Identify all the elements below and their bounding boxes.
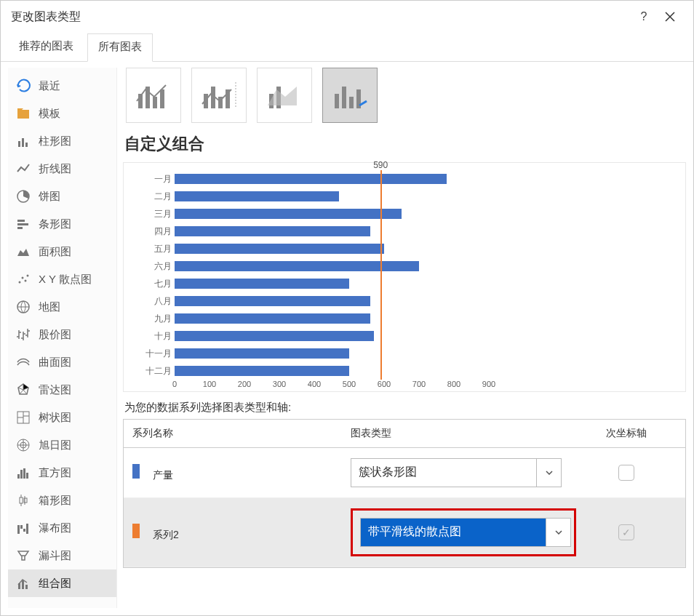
help-button[interactable]: ? <box>631 4 657 30</box>
sidebar-item-funnel[interactable]: 漏斗图 <box>8 542 116 569</box>
series-table-header: 系列名称 图表类型 次坐标轴 <box>124 420 685 448</box>
x-tick: 800 <box>447 380 460 388</box>
svg-rect-7 <box>17 227 23 229</box>
combo-subtype-2[interactable] <box>257 68 312 123</box>
sidebar-item-label: 最近 <box>39 79 60 93</box>
svg-rect-20 <box>20 497 23 503</box>
svg-rect-18 <box>23 468 25 479</box>
sidebar-item-map[interactable]: 地图 <box>8 293 116 321</box>
sidebar-item-histogram[interactable]: 直方图 <box>8 459 116 487</box>
series-type-cell: 簇状条形图 <box>351 458 576 487</box>
x-tick: 100 <box>203 380 216 388</box>
stock-icon <box>15 327 31 343</box>
x-tick: 200 <box>238 380 251 388</box>
sidebar-item-template[interactable]: 模板 <box>8 100 116 127</box>
svg-rect-17 <box>20 470 23 479</box>
column-icon <box>15 133 31 149</box>
series-name-cell: 系列2 <box>132 524 351 542</box>
sidebar-item-label: 模板 <box>39 107 60 121</box>
combo-subtype-row <box>123 68 686 130</box>
bar-category-label: 七月 <box>140 278 172 290</box>
x-tick: 600 <box>378 380 391 388</box>
radar-icon <box>15 382 31 398</box>
line-icon <box>15 161 31 177</box>
boxplot-icon <box>15 492 31 508</box>
bar-row: 十二月 <box>175 362 489 380</box>
sidebar-item-line[interactable]: 折线图 <box>8 155 116 183</box>
svg-rect-3 <box>25 143 28 147</box>
chevron-down-icon[interactable] <box>536 459 561 487</box>
chevron-down-icon[interactable] <box>546 519 570 546</box>
bar <box>175 331 374 341</box>
tab-all-charts[interactable]: 所有图表 <box>87 33 153 62</box>
bar-category-label: 十月 <box>140 330 172 343</box>
sidebar-item-area[interactable]: 面积图 <box>8 238 116 265</box>
bar <box>175 279 349 289</box>
bar-category-label: 三月 <box>140 208 172 220</box>
bar-row: 三月 <box>175 205 489 223</box>
x-tick: 400 <box>308 380 321 388</box>
secondary-axis-checkbox[interactable] <box>618 465 634 481</box>
bar-row: 十月 <box>175 327 489 345</box>
bar-category-label: 一月 <box>140 173 172 185</box>
sidebar-item-radar[interactable]: 雷达图 <box>8 376 116 404</box>
sidebar-item-waterfall[interactable]: 瀑布图 <box>8 514 116 542</box>
bar-row: 七月 <box>175 275 489 292</box>
close-button[interactable] <box>657 4 683 30</box>
sidebar-item-sunburst[interactable]: 旭日图 <box>8 431 116 459</box>
combo-subtype-0[interactable] <box>126 68 181 123</box>
sidebar-item-stock[interactable]: 股价图 <box>8 321 116 348</box>
chart-type-dropdown[interactable]: 带平滑线的散点图 <box>360 518 571 547</box>
series-row-0: 产量 簇状条形图 <box>124 448 685 498</box>
sidebar-item-column[interactable]: 柱形图 <box>8 127 116 155</box>
header-chart-type: 图表类型 <box>342 420 567 447</box>
sidebar-item-treemap[interactable]: 树状图 <box>8 404 116 431</box>
chart-type-value: 簇状条形图 <box>351 459 536 487</box>
area-icon <box>15 244 31 260</box>
chart-type-dropdown[interactable]: 簇状条形图 <box>351 458 562 487</box>
svg-rect-23 <box>20 525 23 529</box>
bar-row: 九月 <box>175 310 489 327</box>
sunburst-icon <box>15 437 31 453</box>
secondary-axis-checkbox[interactable]: ✓ <box>618 524 634 540</box>
map-icon <box>15 299 31 315</box>
svg-rect-27 <box>22 580 24 589</box>
sidebar-item-pie[interactable]: 饼图 <box>8 183 116 210</box>
sidebar-item-label: 折线图 <box>39 162 71 176</box>
bar-row: 四月 <box>175 223 489 240</box>
bar <box>175 244 384 254</box>
bar-row: 六月 <box>175 257 489 275</box>
x-tick: 700 <box>412 380 426 388</box>
sidebar-item-bar[interactable]: 条形图 <box>8 210 116 238</box>
secondary-axis-cell <box>576 465 677 481</box>
x-tick: 900 <box>482 380 495 388</box>
histogram-icon <box>15 465 31 481</box>
sidebar-item-recent[interactable]: 最近 <box>8 72 116 100</box>
sidebar-item-scatter[interactable]: X Y 散点图 <box>8 265 116 293</box>
sidebar-item-surface[interactable]: 曲面图 <box>8 348 116 376</box>
svg-point-11 <box>27 275 29 277</box>
sidebar-item-label: 直方图 <box>39 466 71 480</box>
tab-recommended[interactable]: 推荐的图表 <box>8 33 84 61</box>
x-axis: 0100200300400500600700800900 <box>175 380 489 394</box>
sidebar-item-label: 曲面图 <box>39 356 71 369</box>
combo-subtype-3[interactable] <box>322 68 378 123</box>
funnel-icon <box>15 548 31 564</box>
series-name-label: 产量 <box>153 469 173 481</box>
sidebar-item-boxplot[interactable]: 箱形图 <box>8 487 116 514</box>
sidebar-item-label: 箱形图 <box>39 494 71 508</box>
recent-icon <box>15 78 31 94</box>
combo-subtype-1[interactable] <box>191 68 247 123</box>
pie-icon <box>15 188 31 204</box>
sidebar-item-label: 瀑布图 <box>39 521 71 535</box>
reference-line-label: 590 <box>373 160 388 170</box>
bar <box>175 313 370 324</box>
sidebar-item-label: X Y 散点图 <box>39 273 92 287</box>
bar <box>175 191 339 201</box>
bar <box>175 226 370 236</box>
sidebar-item-combo[interactable]: 组合图 <box>8 569 116 597</box>
header-secondary-axis: 次坐标轴 <box>567 420 685 447</box>
bar-category-label: 六月 <box>140 260 172 273</box>
x-tick: 300 <box>273 380 286 388</box>
x-tick: 500 <box>343 380 356 388</box>
